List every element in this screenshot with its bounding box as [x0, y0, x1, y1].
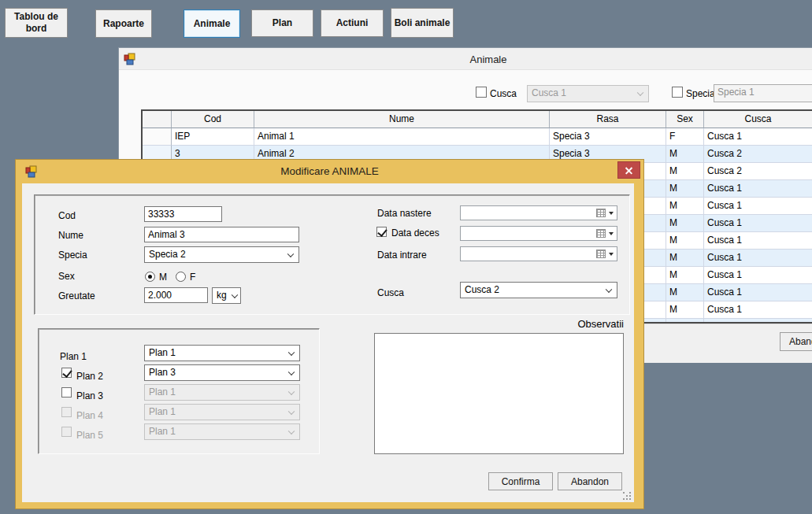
cell-cusca[interactable]: Cusca 2 — [704, 163, 812, 180]
sex-label: Sex — [58, 271, 75, 282]
row-selector-cell[interactable] — [143, 128, 172, 146]
column-header[interactable]: Rasa — [550, 111, 666, 128]
cell-sex[interactable]: M — [666, 232, 704, 250]
cell-cusca[interactable]: Cusca 1 — [704, 267, 812, 284]
close-icon[interactable] — [617, 161, 640, 179]
nav-button-boli-animale[interactable]: Boli animale — [391, 8, 454, 38]
dropdown-arrow-icon — [609, 253, 614, 256]
plan3-value: Plan 1 — [149, 386, 176, 398]
chevron-down-icon — [287, 250, 294, 257]
abandon-button[interactable]: Abandon — [558, 472, 622, 490]
plan4-checkbox — [61, 407, 72, 417]
resize-grip[interactable] — [623, 492, 631, 500]
cusca-label: Cusca — [377, 287, 404, 298]
column-header[interactable]: Cusca — [704, 111, 812, 128]
abandon-button-window[interactable]: Abandon — [780, 332, 812, 351]
observatii-label: Observatii — [374, 318, 624, 330]
plan5-select: Plan 1 — [144, 423, 300, 440]
nume-label: Nume — [58, 230, 83, 241]
cell-sex[interactable]: M — [666, 180, 704, 198]
plan3-checkbox[interactable] — [61, 387, 72, 398]
plan4-label: Plan 4 — [76, 410, 103, 421]
cusca-select[interactable]: Cusca 2 — [460, 282, 617, 298]
dialog-titlebar[interactable]: Modificare ANIMALE — [16, 160, 643, 183]
cusca-filter-checkbox[interactable] — [476, 87, 487, 98]
cell-cusca[interactable]: Cusca 2 — [704, 146, 812, 163]
cell-sex[interactable]: M — [666, 163, 704, 180]
nav-button-animale[interactable]: Animale — [184, 9, 240, 38]
data-deces-checkbox[interactable] — [376, 227, 387, 237]
cell-sex[interactable]: M — [666, 301, 704, 319]
cell-sex[interactable]: M — [666, 250, 704, 267]
nav-button-actiuni[interactable]: Actiuni — [321, 9, 384, 37]
cell-sex[interactable]: M — [666, 267, 704, 284]
cell-cusca[interactable]: Cusca 1 — [704, 284, 812, 301]
column-header[interactable]: Nume — [254, 111, 550, 128]
window-title: Animale — [119, 54, 812, 65]
chevron-down-icon — [288, 388, 295, 394]
column-header[interactable]: Cod — [172, 111, 254, 128]
chevron-down-icon — [288, 408, 295, 414]
cell-cusca[interactable]: Cusca 1 — [704, 301, 812, 319]
cusca-filter-label: Cusca — [490, 88, 517, 99]
table-row[interactable]: IEPAnimal 1Specia 3FCusca 1 — [143, 128, 812, 146]
cell-rasa[interactable]: Specia 3 — [550, 128, 666, 146]
plan3-select[interactable]: Plan 1 — [144, 384, 300, 401]
sex-radio-f[interactable] — [176, 272, 186, 282]
nav-button-rapoarte[interactable]: Rapoarte — [95, 9, 152, 38]
dialog-title: Modificare ANIMALE — [16, 165, 643, 177]
specia-filter-input[interactable]: Specia 1 — [714, 84, 812, 102]
chevron-down-icon — [232, 291, 238, 298]
confirma-button[interactable]: Confirma — [488, 472, 553, 490]
cell-cusca[interactable]: Cusca 1 — [704, 215, 812, 232]
dropdown-arrow-icon — [609, 232, 614, 235]
plan4-value: Plan 1 — [149, 406, 176, 417]
greutate-label: Greutate — [58, 290, 95, 301]
fields-panel: Cod 33333 Nume Animal 3 Specia Specia 2 … — [34, 194, 630, 315]
cell-cusca[interactable]: Cusca 1 — [704, 128, 812, 146]
chevron-down-icon — [637, 90, 643, 96]
data-deces-label: Data deces — [391, 227, 439, 239]
data-nastere-label: Data nastere — [377, 208, 432, 219]
dropdown-arrow-icon — [609, 212, 614, 215]
cell-cusca[interactable]: Cusca 1 — [704, 250, 812, 267]
plan5-label: Plan 5 — [76, 430, 103, 441]
nav-button-plan[interactable]: Plan — [251, 9, 313, 37]
calendar-icon — [596, 229, 606, 238]
unit-select[interactable]: kg — [212, 287, 241, 304]
column-header[interactable]: Sex — [666, 111, 704, 128]
nav-button-tablou-de-bord[interactable]: Tablou de bord — [5, 8, 68, 38]
row-selector-header[interactable] — [143, 111, 172, 128]
specia-label: Specia — [58, 250, 87, 261]
plan2-checkbox[interactable] — [61, 368, 72, 378]
cell-sex[interactable]: M — [666, 146, 704, 163]
nume-input[interactable]: Animal 3 — [144, 227, 299, 242]
specia-select[interactable]: Specia 2 — [144, 246, 299, 263]
plan1-select[interactable]: Plan 1 — [144, 345, 300, 361]
plan2-label: Plan 2 — [76, 371, 103, 382]
cod-label: Cod — [58, 210, 76, 221]
cell-sex[interactable]: F — [666, 128, 704, 146]
cell-sex[interactable]: M — [666, 215, 704, 232]
specia-filter-checkbox[interactable] — [672, 87, 683, 98]
cod-input[interactable]: 33333 — [144, 206, 222, 222]
data-intrare-datepicker[interactable]: Wednesday, February 1, 2017 — [460, 246, 617, 261]
data-deces-datepicker[interactable]: Friday , January 1, 2016 — [460, 226, 617, 241]
unit-value: kg — [217, 290, 227, 301]
cell-sex[interactable]: M — [666, 284, 704, 301]
cell-cusca[interactable]: Cusca 1 — [704, 232, 812, 250]
greutate-input[interactable]: 2.000 — [144, 287, 208, 303]
data-nastere-datepicker[interactable]: Monday , February 1, 2016 — [460, 205, 617, 220]
animale-window-titlebar[interactable]: Animale — [119, 48, 812, 70]
plan2-value: Plan 3 — [149, 367, 176, 378]
sex-radio-m[interactable] — [145, 272, 155, 282]
cell-cusca[interactable]: Cusca 1 — [704, 198, 812, 215]
cell-sex[interactable]: M — [666, 198, 704, 215]
cell-cusca[interactable]: Cusca 1 — [704, 180, 812, 198]
cell-nume[interactable]: Animal 1 — [254, 128, 550, 146]
observatii-textarea[interactable] — [374, 333, 624, 454]
cusca-filter-select[interactable]: Cusca 1 — [527, 85, 649, 102]
desktop: Tablou de bord Rapoarte Animale Plan Act… — [0, 0, 812, 514]
plan2-select[interactable]: Plan 3 — [144, 364, 300, 381]
cell-cod[interactable]: IEP — [172, 128, 254, 146]
